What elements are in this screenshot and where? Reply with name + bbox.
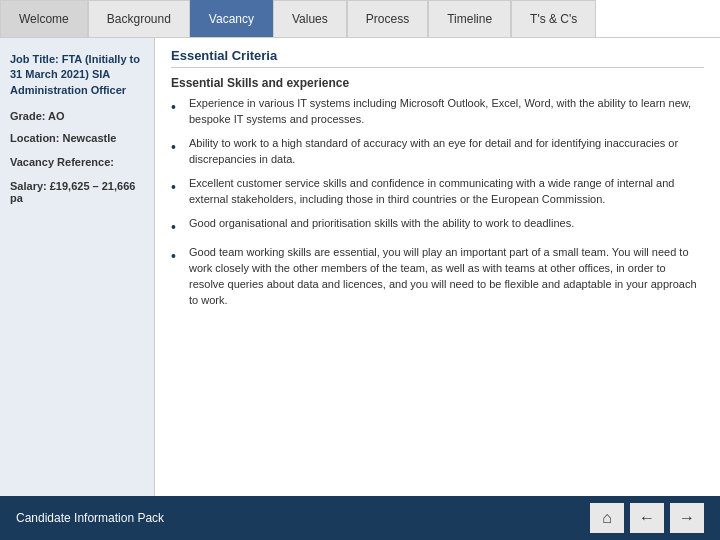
nav-item-welcome[interactable]: Welcome: [0, 0, 88, 37]
salary-text: Salary: £19,625 – 21,666 pa: [10, 180, 144, 204]
bullet-dot-3: •: [171, 177, 183, 197]
nav-item-background[interactable]: Background: [88, 0, 190, 37]
back-icon: ←: [639, 509, 655, 527]
forward-icon: →: [679, 509, 695, 527]
bullet-item-5: •Good team working skills are essential,…: [171, 245, 704, 309]
bullet-dot-4: •: [171, 217, 183, 237]
bullet-text-5: Good team working skills are essential, …: [189, 245, 704, 309]
home-button[interactable]: ⌂: [590, 503, 624, 533]
bullet-dot-5: •: [171, 246, 183, 266]
nav-item-values[interactable]: Values: [273, 0, 347, 37]
nav-item-vacancy[interactable]: Vacancy: [190, 0, 273, 37]
bullet-item-4: •Good organisational and prioritisation …: [171, 216, 704, 237]
vacancy-ref-text: Vacancy Reference:: [10, 156, 144, 168]
bullet-text-4: Good organisational and prioritisation s…: [189, 216, 574, 232]
nav-item-ts-cs[interactable]: T's & C's: [511, 0, 596, 37]
grade-section: Grade: AO Location: Newcastle: [10, 110, 144, 144]
grade-text: Grade: AO: [10, 110, 144, 122]
bullet-item-3: •Excellent customer service skills and c…: [171, 176, 704, 208]
skills-heading: Essential Skills and experience: [171, 76, 704, 90]
vacancy-ref-section: Vacancy Reference:: [10, 156, 144, 168]
bullet-item-2: •Ability to work to a high standard of a…: [171, 136, 704, 168]
job-title-text: Job Title: FTA (Initially to 31 March 20…: [10, 52, 144, 98]
footer-icons: ⌂ ← →: [590, 503, 704, 533]
sidebar: Job Title: FTA (Initially to 31 March 20…: [0, 38, 155, 496]
nav-item-process[interactable]: Process: [347, 0, 428, 37]
back-button[interactable]: ←: [630, 503, 664, 533]
bullet-dot-1: •: [171, 97, 183, 117]
bullet-text-2: Ability to work to a high standard of ac…: [189, 136, 704, 168]
footer-label: Candidate Information Pack: [16, 511, 164, 525]
job-title-section: Job Title: FTA (Initially to 31 March 20…: [10, 52, 144, 98]
bullet-text-3: Excellent customer service skills and co…: [189, 176, 704, 208]
main-content: Job Title: FTA (Initially to 31 March 20…: [0, 38, 720, 496]
location-text: Location: Newcastle: [10, 132, 144, 144]
bullet-list: •Experience in various IT systems includ…: [171, 96, 704, 309]
forward-button[interactable]: →: [670, 503, 704, 533]
content-panel: Essential Criteria Essential Skills and …: [155, 38, 720, 496]
salary-section: Salary: £19,625 – 21,666 pa: [10, 180, 144, 204]
home-icon: ⌂: [602, 509, 612, 527]
section-heading: Essential Criteria: [171, 48, 704, 68]
footer: Candidate Information Pack ⌂ ← →: [0, 496, 720, 540]
bullet-item-1: •Experience in various IT systems includ…: [171, 96, 704, 128]
nav-item-timeline[interactable]: Timeline: [428, 0, 511, 37]
bullet-text-1: Experience in various IT systems includi…: [189, 96, 704, 128]
bullet-dot-2: •: [171, 137, 183, 157]
nav-bar: WelcomeBackgroundVacancyValuesProcessTim…: [0, 0, 720, 38]
